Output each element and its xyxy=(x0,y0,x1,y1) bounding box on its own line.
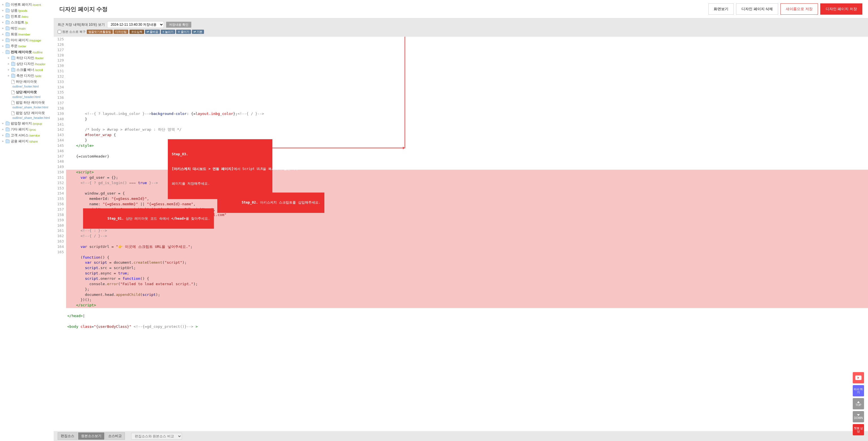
tree-toggle-icon[interactable]: + xyxy=(7,62,10,66)
tree-path: /popup xyxy=(32,122,42,125)
tree-toggle-icon[interactable]: + xyxy=(1,15,4,18)
code-line[interactable]: }; xyxy=(66,287,868,292)
code-line[interactable]: script.onerror = function() { xyxy=(66,276,868,281)
tree-folder[interactable]: +측면 디자인 /side xyxy=(1,73,53,79)
tree-toggle-icon[interactable]: + xyxy=(7,57,10,60)
code-line[interactable] xyxy=(66,249,868,255)
toolbar-tag[interactable]: 템플릿기초활용팁 xyxy=(87,30,113,34)
tree-folder[interactable]: +팝업창 페이지 /popup xyxy=(1,121,53,127)
tree-folder[interactable]: +하단 디자인 /footer xyxy=(1,55,53,61)
scroll-top-button[interactable]: TOP xyxy=(853,398,864,409)
code-line[interactable]: <!--{ ? layout.inbg_color }-->background… xyxy=(66,111,868,116)
tree-folder[interactable]: +상품 /goods xyxy=(1,8,53,13)
tree-toggle-icon[interactable]: + xyxy=(1,21,4,24)
code-line[interactable] xyxy=(66,239,868,244)
code-line[interactable]: (function() { xyxy=(66,255,868,260)
restore-checkbox-input[interactable] xyxy=(58,30,61,34)
tree-folder[interactable]: +회원 /member xyxy=(1,31,53,37)
tree-file[interactable]: 팝업 하단 레이아웃 xyxy=(1,100,53,106)
tree-toggle-icon[interactable]: + xyxy=(1,39,4,42)
code-line[interactable] xyxy=(66,319,868,324)
code-line[interactable]: </script> xyxy=(66,303,868,308)
tree-toggle-icon[interactable]: - xyxy=(1,50,4,54)
delete-page-button[interactable]: 디자인 페이지 삭제 xyxy=(736,3,778,15)
code-line[interactable]: <!--{ : }--> xyxy=(66,228,868,234)
code-content[interactable]: Step_03. [아키스케치 대시보드 > 연동 페이지]에서 Script … xyxy=(66,37,868,431)
tree-toggle-icon[interactable]: + xyxy=(1,3,4,6)
tree-toggle-icon[interactable]: + xyxy=(1,134,4,137)
toolbar-tag[interactable]: 코드입력 xyxy=(129,30,144,34)
tree-toggle-icon[interactable]: + xyxy=(1,45,4,48)
tree-label: 측면 디자인 xyxy=(17,73,34,78)
tree-toggle-icon[interactable]: + xyxy=(1,9,4,12)
follow-button[interactable]: 따라 하기 xyxy=(853,385,864,396)
code-editor[interactable]: 1251261271281291301311321331341351361371… xyxy=(54,37,868,431)
compare-select[interactable]: 편집소스와 원본소스 비교 xyxy=(131,433,182,440)
code-line[interactable] xyxy=(66,122,868,127)
save-page-button[interactable]: 디자인 페이지 저장 xyxy=(820,3,862,15)
toolbar-tag[interactable]: ∓ 줄이기 xyxy=(176,30,191,34)
code-line[interactable]: <!--{ / }--> xyxy=(66,234,868,239)
footer-tab[interactable]: 편집소스 xyxy=(58,432,78,440)
tree-label: 전체 레이아웃 xyxy=(11,50,32,55)
footer-tab[interactable]: 원본소스보기 xyxy=(78,432,104,440)
header-actions: 화면보기 디자인 페이지 삭제 새이름으로 저장 디자인 페이지 저장 xyxy=(708,3,862,15)
tree-folder[interactable]: +공용 페이지 /share xyxy=(1,138,53,144)
tree-folder[interactable]: +고객 서비스 /service xyxy=(1,132,53,138)
tree-label: 메인 xyxy=(11,26,18,31)
toolbar-tag[interactable]: ⇄ 기본 xyxy=(192,30,204,34)
tree-folder[interactable]: +스크롤 배너 /scroll xyxy=(1,67,53,73)
tree-folder[interactable]: +상단 디자인 /header xyxy=(1,61,53,67)
code-line[interactable]: } xyxy=(66,116,868,122)
chatbot-button[interactable]: 챗봇 상담 xyxy=(853,424,864,435)
code-line[interactable]: </head>| xyxy=(66,313,868,319)
tree-folder[interactable]: +이벤트 페이지 /event xyxy=(1,2,53,8)
tree-toggle-icon[interactable]: + xyxy=(1,140,4,143)
tree-toggle-icon[interactable]: + xyxy=(1,33,4,36)
tree-folder[interactable]: +마이 페이지 /mypage xyxy=(1,37,53,43)
footer-tabs: 편집소스원본소스보기소스비교 편집소스와 원본소스 비교 xyxy=(54,431,868,441)
scroll-down-button[interactable]: DOWN xyxy=(853,411,864,422)
code-line[interactable]: name: "{=gSess.memNm}" || "{=gSess.memId… xyxy=(66,202,868,207)
tree-file[interactable]: 하단 레이아웃 xyxy=(1,79,53,85)
history-confirm-button[interactable]: 저장내용 확인 xyxy=(166,22,191,28)
tree-folder[interactable]: +메인 /main xyxy=(1,25,53,31)
code-line[interactable]: script.async = true; xyxy=(66,271,868,276)
folder-icon xyxy=(6,3,10,6)
tree-folder[interactable]: +인트로 /intro xyxy=(1,13,53,20)
code-line[interactable]: var script = document.createElement("scr… xyxy=(66,260,868,265)
save-as-button[interactable]: 새이름으로 저장 xyxy=(780,3,818,15)
toolbar-tag[interactable]: ⇄ 줄바꿈 xyxy=(145,30,160,34)
code-line[interactable]: document.head.appendChild(script); xyxy=(66,292,868,298)
code-line[interactable]: console.error("Failed to load external s… xyxy=(66,281,868,287)
code-line[interactable]: script.src = scriptUrl; xyxy=(66,265,868,271)
tree-folder[interactable]: +스크립트 /js xyxy=(1,20,53,25)
code-line[interactable] xyxy=(66,308,868,313)
tree-toggle-icon[interactable]: + xyxy=(1,27,4,30)
footer-tab[interactable]: 소스비교 xyxy=(105,432,125,440)
tree-file[interactable]: 팝업 상단 레이아웃 xyxy=(1,110,53,116)
toolbar-tag[interactable]: 디자인팁 xyxy=(114,30,128,34)
youtube-button[interactable] xyxy=(853,372,864,383)
tree-folder[interactable]: -전체 레이아웃 /outline xyxy=(1,49,53,55)
history-select[interactable]: 2024-12-11 13:40:30 저장내용 xyxy=(107,21,164,28)
code-line[interactable]: #footer_wrap { xyxy=(66,132,868,138)
tree-folder[interactable]: +기타 페이지 /proc xyxy=(1,127,53,132)
preview-button[interactable]: 화면보기 xyxy=(708,3,734,15)
tree-toggle-icon[interactable]: + xyxy=(1,128,4,131)
code-line[interactable]: var scriptUrl = "👉 이곳에 스크립트 URL을 넣어주세요."… xyxy=(66,244,868,249)
tree-label: 상단 레이아웃 xyxy=(16,90,37,95)
code-line[interactable]: })(); xyxy=(66,297,868,303)
tree-file[interactable]: 상단 레이아웃 xyxy=(1,89,53,95)
toolbar-tag[interactable]: ± 늘리기 xyxy=(161,30,175,34)
tree-folder[interactable]: +주문 /order xyxy=(1,43,53,49)
tree-path: /service xyxy=(29,134,40,137)
tree-toggle-icon[interactable]: + xyxy=(1,122,4,125)
tree-filepath: outline/_footer.html xyxy=(1,85,53,89)
code-line[interactable]: <body class="{userBodyClass}" <!--{=gd_c… xyxy=(66,324,868,330)
code-line[interactable]: /* body > #wrap > #footer_wrap : 하단 영역 *… xyxy=(66,127,868,132)
tree-toggle-icon[interactable]: + xyxy=(7,74,10,77)
tree-toggle-icon[interactable]: + xyxy=(7,68,10,71)
tree-filepath: outline/_share_footer.html xyxy=(1,106,53,110)
restore-checkbox[interactable]: 원본 소스로 복구 xyxy=(58,30,86,34)
